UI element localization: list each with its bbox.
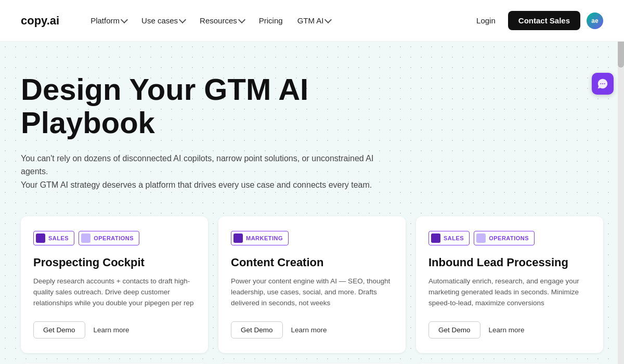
avatar[interactable]: ae	[587, 12, 603, 29]
nav-platform[interactable]: Platform	[84, 12, 133, 29]
hero-subtitle: You can't rely on dozens of disconnected…	[21, 152, 374, 192]
card-tags: MARKETING	[231, 231, 393, 245]
tag-dot-icon	[81, 233, 90, 243]
chat-widget-button[interactable]	[592, 73, 614, 95]
learn-more-link[interactable]: Learn more	[291, 326, 327, 334]
chevron-down-icon	[238, 16, 245, 23]
tag-operations: OPERATIONS	[79, 231, 139, 245]
contact-sales-button[interactable]: Contact Sales	[508, 11, 580, 30]
card-tags: SALES OPERATIONS	[33, 231, 196, 245]
scrollbar[interactable]	[618, 0, 624, 364]
card-content-creation: MARKETING Content Creation Power your co…	[218, 216, 406, 353]
login-button[interactable]: Login	[470, 12, 502, 29]
card-inbound-lead: SALES OPERATIONS Inbound Lead Processing…	[416, 216, 603, 353]
chevron-down-icon	[324, 16, 332, 23]
nav-resources[interactable]: Resources	[193, 12, 251, 29]
tag-operations: OPERATIONS	[474, 231, 535, 245]
tag-dot-icon	[431, 233, 440, 243]
chevron-down-icon	[179, 16, 186, 23]
tag-dot-icon	[476, 233, 486, 243]
hero-title: Design Your GTM AI Playbook	[21, 73, 447, 139]
learn-more-link[interactable]: Learn more	[489, 326, 525, 334]
tag-sales: SALES	[428, 231, 470, 245]
chevron-down-icon	[121, 16, 128, 23]
tag-dot-icon	[233, 233, 243, 243]
card-title: Prospecting Cockpit	[33, 256, 196, 269]
nav-gtm-ai[interactable]: GTM AI	[291, 12, 337, 29]
hero-section: Design Your GTM AI Playbook You can't re…	[0, 42, 624, 364]
card-actions: Get Demo Learn more	[231, 321, 393, 339]
card-description: Power your content engine with AI — SEO,…	[231, 276, 393, 309]
navbar: copy.ai Platform Use cases Resources Pri…	[0, 0, 624, 42]
card-title: Content Creation	[231, 256, 393, 269]
svg-point-1	[602, 83, 603, 84]
nav-use-cases[interactable]: Use cases	[135, 12, 191, 29]
cards-grid: SALES OPERATIONS Prospecting Cockpit Dee…	[21, 216, 603, 353]
tag-marketing: MARKETING	[231, 231, 289, 245]
tag-dot-icon	[36, 233, 45, 243]
card-title: Inbound Lead Processing	[428, 256, 591, 269]
learn-more-link[interactable]: Learn more	[94, 326, 129, 334]
nav-links: Platform Use cases Resources Pricing GTM…	[84, 12, 470, 29]
nav-actions: Login Contact Sales ae	[470, 11, 603, 30]
svg-point-0	[600, 83, 601, 84]
card-description: Deeply research accounts + contacts to d…	[33, 276, 196, 309]
card-actions: Get Demo Learn more	[33, 321, 196, 339]
card-description: Automatically enrich, research, and enga…	[428, 276, 591, 309]
get-demo-button[interactable]: Get Demo	[33, 321, 85, 339]
chat-icon	[597, 78, 608, 89]
card-tags: SALES OPERATIONS	[428, 231, 591, 245]
logo[interactable]: copy.ai	[21, 14, 59, 28]
svg-point-2	[604, 83, 605, 84]
get-demo-button[interactable]: Get Demo	[231, 321, 283, 339]
get-demo-button[interactable]: Get Demo	[428, 321, 480, 339]
tag-sales: SALES	[33, 231, 74, 245]
nav-pricing[interactable]: Pricing	[253, 12, 289, 29]
card-actions: Get Demo Learn more	[428, 321, 591, 339]
card-prospecting: SALES OPERATIONS Prospecting Cockpit Dee…	[21, 216, 208, 353]
